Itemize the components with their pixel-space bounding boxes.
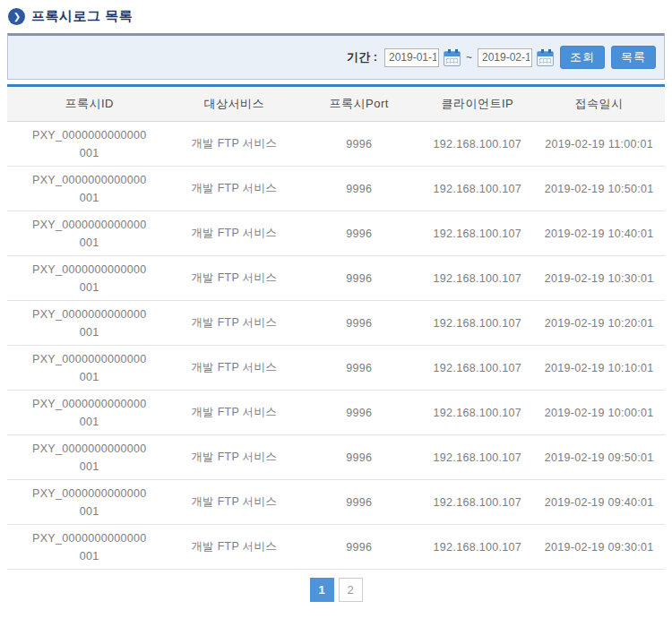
chevron-right-icon: ❯	[8, 8, 25, 25]
page-title-row: ❯ 프록시로그 목록	[8, 8, 665, 25]
column-header-connected-at: 접속일시	[533, 86, 665, 122]
cell-client-ip: 192.168.100.107	[421, 167, 533, 211]
cell-target-service: 개발 FTP 서비스	[172, 435, 297, 480]
cell-proxy-port: 9996	[297, 435, 421, 480]
cell-client-ip: 192.168.100.107	[421, 435, 533, 480]
cell-proxy-id: PXY_0000000000000001	[7, 167, 172, 211]
column-header-client-ip: 클라이언트IP	[421, 86, 533, 122]
cell-client-ip: 192.168.100.107	[421, 391, 533, 435]
cell-proxy-port: 9996	[297, 391, 421, 435]
cell-target-service: 개발 FTP 서비스	[172, 525, 297, 570]
cell-proxy-port: 9996	[297, 301, 421, 346]
cell-proxy-port: 9996	[297, 256, 421, 301]
cell-client-ip: 192.168.100.107	[421, 525, 533, 570]
cell-target-service: 개발 FTP 서비스	[172, 301, 297, 346]
cell-connected-at: 2019-02-19 10:40:01	[533, 211, 665, 256]
cell-proxy-id: PXY_0000000000000001	[7, 391, 172, 435]
cell-proxy-id: PXY_0000000000000001	[7, 346, 172, 391]
cell-client-ip: 192.168.100.107	[421, 346, 533, 391]
cell-proxy-id: PXY_0000000000000001	[7, 480, 172, 525]
cell-proxy-port: 9996	[297, 122, 421, 167]
cell-client-ip: 192.168.100.107	[421, 122, 533, 167]
cell-proxy-id: PXY_0000000000000001	[7, 211, 172, 256]
date-to-input[interactable]	[478, 48, 532, 67]
period-label: 기간 :	[347, 49, 377, 65]
proxy-log-table: 프록시ID 대상서비스 프록시Port 클라이언트IP 접속일시 PXY_000…	[7, 84, 665, 570]
cell-connected-at: 2019-02-19 09:40:01	[533, 480, 665, 525]
column-header-proxy-port: 프록시Port	[297, 86, 421, 122]
table-row: PXY_0000000000000001 개발 FTP 서비스 9996 192…	[7, 211, 665, 256]
cell-connected-at: 2019-02-19 09:50:01	[533, 435, 665, 480]
cell-target-service: 개발 FTP 서비스	[172, 167, 297, 211]
cell-target-service: 개발 FTP 서비스	[172, 211, 297, 256]
table-row: PXY_0000000000000001 개발 FTP 서비스 9996 192…	[7, 525, 665, 570]
cell-proxy-id: PXY_0000000000000001	[7, 525, 172, 570]
search-button[interactable]: 조회	[560, 46, 605, 69]
cell-target-service: 개발 FTP 서비스	[172, 346, 297, 391]
cell-client-ip: 192.168.100.107	[421, 480, 533, 525]
cell-proxy-id: PXY_0000000000000001	[7, 301, 172, 346]
table-row: PXY_0000000000000001 개발 FTP 서비스 9996 192…	[7, 167, 665, 211]
cell-connected-at: 2019-02-19 10:10:01	[533, 346, 665, 391]
cell-proxy-port: 9996	[297, 167, 421, 211]
cell-connected-at: 2019-02-19 10:50:01	[533, 167, 665, 211]
cell-proxy-id: PXY_0000000000000001	[7, 435, 172, 480]
cell-proxy-port: 9996	[297, 525, 421, 570]
cell-connected-at: 2019-02-19 10:20:01	[533, 301, 665, 346]
page-button[interactable]: 1	[310, 578, 334, 602]
cell-proxy-port: 9996	[297, 211, 421, 256]
page-button[interactable]: 2	[339, 578, 363, 602]
cell-connected-at: 2019-02-19 10:30:01	[533, 256, 665, 301]
table-header: 프록시ID 대상서비스 프록시Port 클라이언트IP 접속일시	[7, 86, 665, 122]
page-title: 프록시로그 목록	[31, 8, 133, 25]
table-row: PXY_0000000000000001 개발 FTP 서비스 9996 192…	[7, 346, 665, 391]
cell-target-service: 개발 FTP 서비스	[172, 480, 297, 525]
date-from-input[interactable]	[384, 48, 439, 67]
pagination: 1 2	[7, 578, 665, 602]
table-row: PXY_0000000000000001 개발 FTP 서비스 9996 192…	[7, 256, 665, 301]
cell-proxy-id: PXY_0000000000000001	[7, 256, 172, 301]
cell-client-ip: 192.168.100.107	[421, 211, 533, 256]
range-separator: ~	[466, 51, 472, 64]
cell-target-service: 개발 FTP 서비스	[172, 256, 297, 301]
cell-connected-at: 2019-02-19 09:30:01	[533, 525, 665, 570]
cell-client-ip: 192.168.100.107	[421, 301, 533, 346]
cell-target-service: 개발 FTP 서비스	[172, 122, 297, 167]
list-button[interactable]: 목록	[611, 46, 656, 69]
cell-target-service: 개발 FTP 서비스	[172, 391, 297, 435]
calendar-to-icon[interactable]	[537, 51, 554, 66]
table-row: PXY_0000000000000001 개발 FTP 서비스 9996 192…	[7, 301, 665, 346]
cell-connected-at: 2019-02-19 10:00:01	[533, 391, 665, 435]
calendar-from-icon[interactable]	[444, 51, 461, 66]
table-body: PXY_0000000000000001 개발 FTP 서비스 9996 192…	[7, 122, 665, 570]
table-row: PXY_0000000000000001 개발 FTP 서비스 9996 192…	[7, 435, 665, 480]
column-header-proxy-id: 프록시ID	[7, 86, 172, 122]
proxy-log-page: ❯ 프록시로그 목록 기간 : ~ 조회 목록 프록시ID 대상서비스 프록시P…	[0, 0, 672, 602]
table-row: PXY_0000000000000001 개발 FTP 서비스 9996 192…	[7, 391, 665, 435]
table-row: PXY_0000000000000001 개발 FTP 서비스 9996 192…	[7, 480, 665, 525]
cell-proxy-port: 9996	[297, 480, 421, 525]
cell-proxy-id: PXY_0000000000000001	[7, 122, 172, 167]
cell-client-ip: 192.168.100.107	[421, 256, 533, 301]
column-header-service: 대상서비스	[172, 86, 297, 122]
table-row: PXY_0000000000000001 개발 FTP 서비스 9996 192…	[7, 122, 665, 167]
cell-connected-at: 2019-02-19 11:00:01	[533, 122, 665, 167]
filter-bar: 기간 : ~ 조회 목록	[7, 33, 665, 80]
cell-proxy-port: 9996	[297, 346, 421, 391]
